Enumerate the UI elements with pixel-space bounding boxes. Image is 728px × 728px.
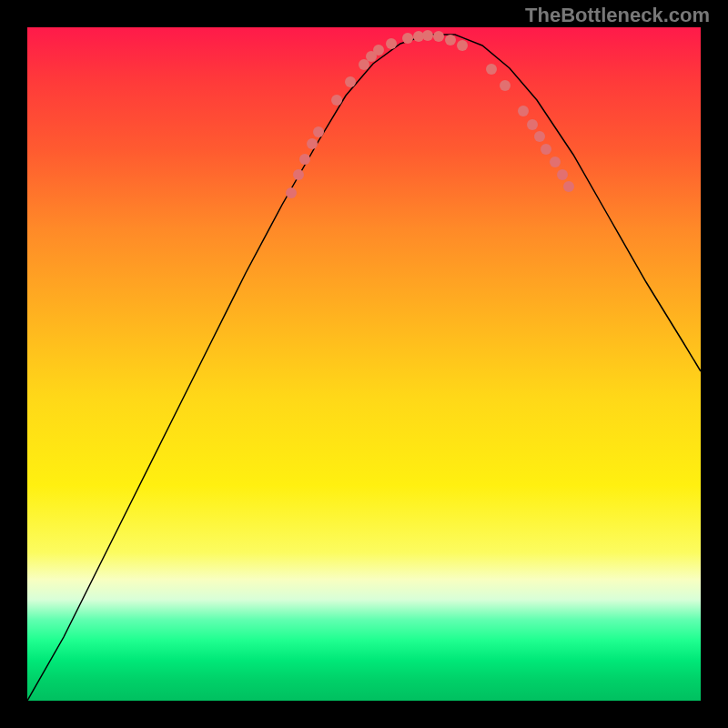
highlight-dots-group [286,30,574,198]
highlight-dot [386,38,397,49]
highlight-dot [550,157,561,167]
highlight-dot [457,40,468,51]
highlight-dot [293,169,304,180]
highlight-dot [445,35,456,46]
highlight-dot [500,80,511,91]
highlight-dot [286,187,297,198]
highlight-dot [557,169,568,180]
highlight-dot [422,30,433,41]
highlight-dot [486,64,497,75]
highlight-dot [534,131,545,142]
bottleneck-curve-line [27,35,701,701]
highlight-dot [527,119,538,130]
highlight-dot [299,154,310,165]
highlight-dot [541,144,551,155]
highlight-dot [313,126,324,137]
highlight-dot [345,76,356,87]
highlight-dot [563,181,574,192]
watermark-text: TheBottleneck.com [525,4,710,27]
highlight-dot [359,59,369,70]
highlight-dot [402,33,413,44]
chart-svg [27,27,701,701]
highlight-dot [307,138,318,149]
highlight-dot [433,31,444,42]
highlight-dot [373,45,384,56]
highlight-dot [518,106,529,116]
chart-plot-area [27,27,701,701]
highlight-dot [331,95,342,106]
